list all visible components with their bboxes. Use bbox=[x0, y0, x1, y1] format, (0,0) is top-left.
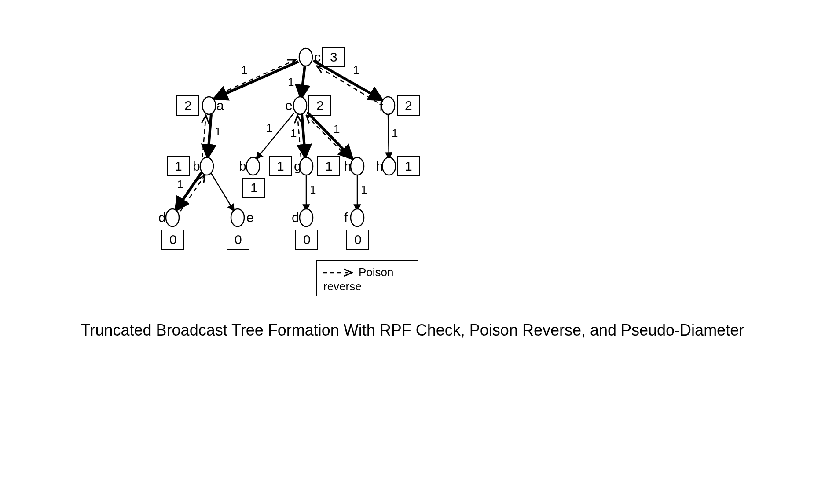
svg-line-6 bbox=[307, 112, 353, 159]
node-h-left: h 1 bbox=[318, 157, 364, 176]
edge-h-f: 1 bbox=[357, 173, 367, 211]
value-f1: 2 bbox=[405, 98, 412, 113]
poison-a-b bbox=[202, 115, 206, 157]
svg-point-16 bbox=[293, 97, 307, 114]
label-b1: b bbox=[193, 159, 200, 173]
svg-line-4 bbox=[256, 113, 294, 159]
label-h2: h bbox=[376, 159, 383, 173]
node-b-left: b 1 bbox=[167, 157, 213, 176]
weight-c-a: 1 bbox=[241, 63, 247, 77]
svg-line-7 bbox=[388, 114, 389, 159]
edge-e-b: 1 bbox=[256, 113, 294, 159]
node-d-left: d 0 bbox=[158, 209, 184, 249]
weight-c-e: 1 bbox=[288, 75, 294, 88]
node-b-right: b 1 bbox=[239, 157, 265, 197]
label-h1: h bbox=[344, 159, 352, 173]
weight-b-d: 1 bbox=[177, 178, 183, 191]
svg-point-20 bbox=[200, 157, 213, 175]
svg-point-32 bbox=[231, 209, 244, 226]
edge-f-h: 1 bbox=[388, 114, 398, 159]
label-d2: d bbox=[292, 210, 299, 225]
poison-b-d bbox=[180, 175, 205, 211]
value-a: 2 bbox=[184, 98, 192, 113]
weight-e-b: 1 bbox=[266, 121, 272, 135]
label-a: a bbox=[216, 98, 224, 113]
edge-e-g: 1 bbox=[290, 114, 305, 158]
svg-line-5 bbox=[302, 114, 305, 158]
svg-point-26 bbox=[351, 157, 364, 175]
svg-line-1 bbox=[301, 65, 305, 99]
node-a: a 2 bbox=[177, 96, 224, 115]
value-h2: 1 bbox=[405, 159, 412, 173]
svg-point-24 bbox=[300, 157, 313, 175]
svg-point-22 bbox=[246, 157, 260, 175]
weight-h-f: 1 bbox=[361, 183, 367, 196]
edge-b-d: 1 bbox=[175, 172, 205, 211]
legend-word-2: reverse bbox=[323, 280, 362, 293]
node-e-bottom: e 0 bbox=[227, 209, 254, 249]
value-h1: 1 bbox=[325, 159, 333, 173]
svg-point-18 bbox=[381, 97, 395, 114]
edge-g-d: 1 bbox=[306, 173, 316, 211]
value-e2: 0 bbox=[235, 232, 242, 247]
value-d2: 0 bbox=[303, 232, 311, 247]
edge-c-a: 1 bbox=[213, 60, 298, 99]
value-d1: 0 bbox=[169, 232, 177, 247]
value-e1: 2 bbox=[316, 98, 324, 113]
value-b2: 1 bbox=[250, 180, 258, 195]
poison-c-f bbox=[317, 66, 378, 102]
label-e1: e bbox=[285, 98, 293, 113]
node-f-bottom: f 0 bbox=[344, 209, 369, 249]
weight-g-d: 1 bbox=[310, 183, 316, 196]
poison-c-a bbox=[220, 60, 296, 94]
figure-caption: Truncated Broadcast Tree Formation With … bbox=[81, 321, 744, 340]
node-c: c 3 bbox=[299, 47, 345, 67]
label-f1: f bbox=[379, 99, 383, 113]
svg-point-30 bbox=[166, 209, 179, 226]
svg-point-14 bbox=[202, 97, 216, 114]
legend-word-1: Poison bbox=[359, 266, 394, 279]
value-b1: 1 bbox=[175, 159, 182, 173]
weight-e-h: 1 bbox=[334, 122, 340, 135]
edge-b-e bbox=[211, 173, 234, 211]
value-g: 1 bbox=[277, 159, 284, 173]
edge-c-e: 1 bbox=[288, 65, 305, 99]
label-b2: b bbox=[239, 159, 246, 173]
svg-line-9 bbox=[211, 173, 234, 211]
label-c: c bbox=[314, 50, 321, 64]
svg-line-0 bbox=[213, 62, 298, 99]
node-d-right: d 0 bbox=[292, 209, 318, 249]
weight-a-b: 1 bbox=[215, 125, 221, 138]
legend-poison-reverse: Poison reverse bbox=[317, 261, 418, 296]
node-h-right: h 1 bbox=[376, 157, 419, 176]
poison-e-g bbox=[297, 115, 301, 157]
edge-a-b: 1 bbox=[202, 114, 221, 158]
label-e2: e bbox=[246, 210, 254, 225]
poison-e-h bbox=[306, 115, 348, 157]
node-f-top: f 2 bbox=[379, 96, 419, 115]
svg-point-36 bbox=[351, 209, 364, 226]
weight-f-h: 1 bbox=[392, 127, 398, 140]
edge-e-h: 1 bbox=[306, 112, 353, 159]
svg-line-3 bbox=[208, 114, 211, 158]
value-c: 3 bbox=[330, 50, 337, 64]
label-d1: d bbox=[158, 210, 166, 225]
value-f2: 0 bbox=[354, 232, 362, 247]
svg-point-34 bbox=[300, 209, 313, 226]
svg-point-28 bbox=[382, 157, 396, 175]
label-f2: f bbox=[344, 210, 348, 225]
weight-c-f: 1 bbox=[353, 63, 359, 77]
svg-point-12 bbox=[299, 48, 312, 66]
node-g: g 1 bbox=[269, 157, 313, 176]
weight-e-g: 1 bbox=[290, 127, 297, 140]
label-g: g bbox=[294, 159, 301, 173]
